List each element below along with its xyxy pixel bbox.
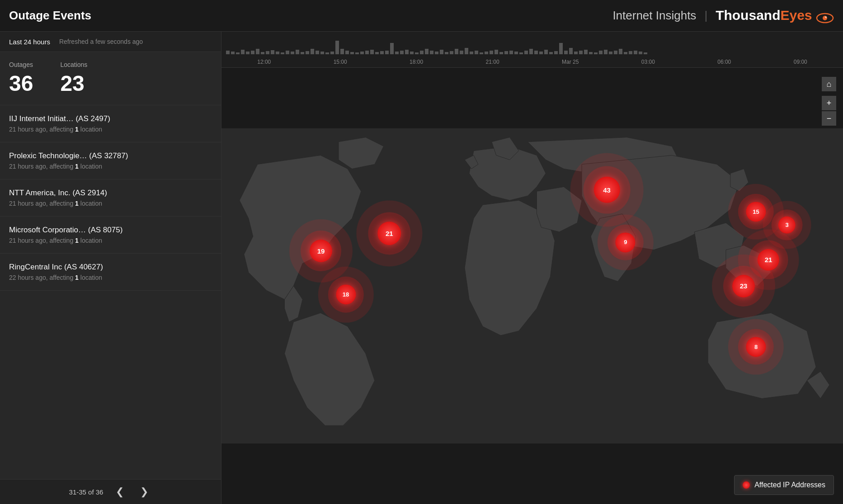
event-meta: 21 hours ago, affecting 1 location: [9, 237, 212, 244]
world-map: 19182143915212338: [221, 68, 843, 504]
event-item[interactable]: RingCentral Inc (AS 40627) 22 hours ago,…: [0, 254, 221, 291]
event-name: NTT America, Inc. (AS 2914): [9, 188, 212, 198]
stats-box: Outages 36 Locations 23: [0, 52, 221, 105]
pagination: 31-35 of 36 ❮ ❯: [0, 479, 221, 504]
event-name: Prolexic Technologie… (AS 32787): [9, 151, 212, 160]
page-info: 31-35 of 36: [69, 488, 104, 496]
brand-separator: |: [704, 9, 707, 23]
timeline-label: Mar 25: [562, 59, 579, 65]
event-item[interactable]: Microsoft Corporatio… (AS 8075) 21 hours…: [0, 217, 221, 254]
map-zoom-in-button[interactable]: +: [822, 96, 836, 110]
legend-label: Affected IP Addresses: [754, 481, 825, 489]
timeline-label: 03:00: [641, 59, 655, 65]
outages-value: 36: [9, 71, 33, 96]
left-panel: Last 24 hours Refreshed a few seconds ag…: [0, 32, 221, 504]
map-container: 19182143915212338: [221, 68, 843, 504]
timeline-labels: 12:0015:0018:0021:00Mar 2503:0006:0009:0…: [221, 59, 843, 65]
event-meta: 22 hours ago, affecting 1 location: [9, 274, 212, 281]
event-name: IIJ Internet Initiat… (AS 2497): [9, 114, 212, 123]
legend: Affected IP Addresses: [734, 475, 834, 495]
legend-dot: [743, 481, 750, 489]
svg-point-2: [825, 16, 827, 18]
event-item[interactable]: NTT America, Inc. (AS 2914) 21 hours ago…: [0, 179, 221, 217]
outages-label: Outages: [9, 61, 33, 68]
timeline-bars: [221, 32, 843, 54]
map-home-button[interactable]: ⌂: [822, 77, 836, 91]
eye-icon: [816, 13, 834, 24]
locations-stat: Locations 23: [60, 61, 87, 96]
timeline-label: 06:00: [717, 59, 731, 65]
locations-label: Locations: [60, 61, 87, 68]
timeline-label: 12:00: [257, 59, 271, 65]
map-zoom-out-button[interactable]: −: [822, 111, 836, 126]
event-name: Microsoft Corporatio… (AS 8075): [9, 226, 212, 235]
refresh-status: Refreshed a few seconds ago: [59, 38, 143, 45]
main-content: Last 24 hours Refreshed a few seconds ag…: [0, 32, 843, 504]
brand-name-colored: Eyes: [780, 8, 812, 23]
event-list: IIJ Internet Initiat… (AS 2497) 21 hours…: [0, 105, 221, 479]
time-bar: Last 24 hours Refreshed a few seconds ag…: [0, 32, 221, 52]
brand-name-bold: Thousand: [716, 8, 780, 23]
brand-logo: Internet Insights | ThousandEyes: [612, 8, 834, 24]
map-controls: ⌂ + −: [822, 77, 836, 126]
next-page-button[interactable]: ❯: [137, 484, 152, 499]
timeline-label: 21:00: [486, 59, 499, 65]
timeline: 12:0015:0018:0021:00Mar 2503:0006:0009:0…: [221, 32, 843, 68]
timeline-label: 15:00: [334, 59, 347, 65]
world-map-svg: [221, 68, 843, 504]
svg-point-1: [823, 16, 827, 20]
timeline-label: 09:00: [794, 59, 807, 65]
locations-value: 23: [60, 71, 87, 96]
right-panel: 12:0015:0018:0021:00Mar 2503:0006:0009:0…: [221, 32, 843, 504]
page-title: Outage Events: [9, 9, 91, 23]
app-header: Outage Events Internet Insights | Thousa…: [0, 0, 843, 32]
event-meta: 21 hours ago, affecting 1 location: [9, 126, 212, 133]
event-meta: 21 hours ago, affecting 1 location: [9, 163, 212, 170]
timeline-label: 18:00: [410, 59, 423, 65]
brand-product: Internet Insights: [612, 9, 696, 23]
event-item[interactable]: Prolexic Technologie… (AS 32787) 21 hour…: [0, 142, 221, 179]
time-filter-label: Last 24 hours: [9, 38, 50, 46]
brand-name: ThousandEyes: [716, 8, 834, 24]
event-meta: 21 hours ago, affecting 1 location: [9, 200, 212, 207]
outages-stat: Outages 36: [9, 61, 33, 96]
prev-page-button[interactable]: ❮: [112, 484, 127, 499]
event-name: RingCentral Inc (AS 40627): [9, 263, 212, 272]
event-item[interactable]: IIJ Internet Initiat… (AS 2497) 21 hours…: [0, 105, 221, 142]
